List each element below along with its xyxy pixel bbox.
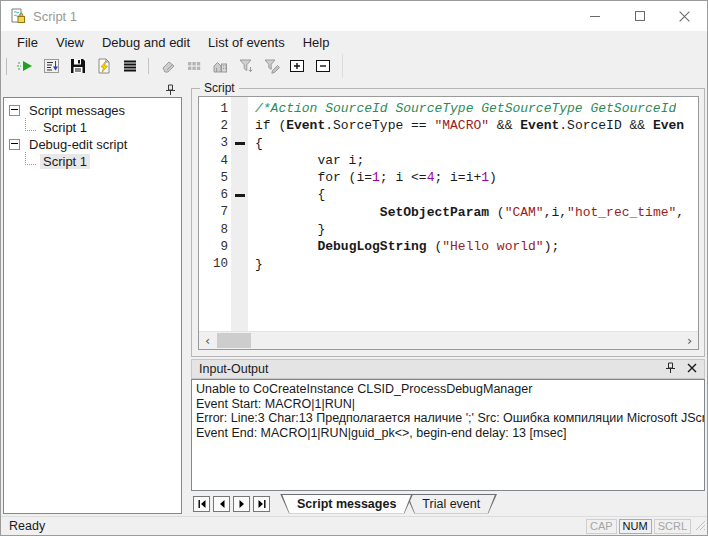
- save-icon[interactable]: [66, 56, 89, 76]
- tree-item[interactable]: Script 1: [4, 119, 181, 136]
- code-line[interactable]: 7 SetObjectParam ("CAM",i,"hot_rec_time"…: [199, 204, 698, 221]
- menu-item-view[interactable]: View: [47, 33, 93, 52]
- menu-item-debug-and-edit[interactable]: Debug and edit: [93, 33, 199, 52]
- statuskey-scrl: SCRL: [654, 519, 691, 534]
- nav-prev-icon[interactable]: [213, 496, 230, 512]
- grid-icon: [182, 56, 205, 76]
- code-text: SetObjectParam ("CAM",i,"hot_rec_time",: [248, 204, 684, 221]
- code-line[interactable]: 1/*Action SourceId SourceType GetSourceT…: [199, 100, 698, 117]
- close-button[interactable]: [662, 1, 707, 31]
- code-line[interactable]: 9 DebugLogString ("Hello world");: [199, 238, 698, 255]
- fold-margin: [231, 152, 248, 169]
- tab-script-messages[interactable]: Script messages: [280, 494, 413, 514]
- tree-panel-header: [1, 79, 184, 97]
- fold-margin: [231, 221, 248, 238]
- nav-next-icon[interactable]: [233, 496, 250, 512]
- status-bar: Ready CAPNUMSCRL: [1, 516, 707, 535]
- output-log-line: Unable to CoCreateInstance CLSID_Process…: [196, 382, 700, 397]
- tree-item[interactable]: Debug-edit script: [4, 136, 181, 153]
- line-number: 4: [199, 154, 231, 168]
- scrollbar-thumb[interactable]: [217, 333, 251, 348]
- minus-icon[interactable]: [312, 56, 335, 76]
- code-editor[interactable]: 1/*Action SourceId SourceType GetSourceT…: [198, 96, 699, 350]
- menu-item-help[interactable]: Help: [294, 33, 339, 52]
- scroll-left-arrow-icon[interactable]: ‹: [199, 332, 216, 349]
- code-line[interactable]: 2if (Event.SorceType == "MACRO" && Event…: [199, 117, 698, 134]
- tab-label: Trial event: [422, 497, 480, 511]
- tree-expander-icon[interactable]: [9, 105, 20, 116]
- toolbar: [1, 53, 707, 79]
- tree-connector: [25, 152, 36, 165]
- line-number: 7: [199, 205, 231, 219]
- output-tab-bar: Script messagesTrial event: [193, 493, 705, 514]
- tree-item-label: Script 1: [40, 120, 90, 135]
- code-text: }: [248, 256, 263, 273]
- scroll-right-arrow-icon[interactable]: ›: [681, 332, 698, 349]
- building-icon: [208, 56, 231, 76]
- code-text: {: [248, 186, 325, 203]
- tree-connector: [25, 118, 36, 131]
- line-number: 6: [199, 188, 231, 202]
- list-download-icon[interactable]: [40, 56, 63, 76]
- close-icon[interactable]: [687, 362, 697, 376]
- code-line[interactable]: 3{: [199, 135, 698, 152]
- nav-first-icon[interactable]: [193, 496, 210, 512]
- code-line[interactable]: 10}: [199, 256, 698, 273]
- window-title: Script 1: [33, 9, 77, 24]
- tree-item[interactable]: Script messages: [4, 102, 181, 119]
- editor-hscrollbar[interactable]: ‹ ›: [199, 331, 698, 349]
- fold-margin: [231, 135, 248, 152]
- code-line[interactable]: 4 var i;: [199, 152, 698, 169]
- output-log[interactable]: Unable to CoCreateInstance CLSID_Process…: [191, 379, 705, 491]
- plus-icon[interactable]: [286, 56, 309, 76]
- tree-item-label: Script 1: [40, 154, 90, 169]
- fold-margin: [231, 204, 248, 221]
- code-text: var i;: [248, 152, 364, 169]
- fold-margin: [231, 169, 248, 186]
- pin-icon[interactable]: [665, 362, 676, 377]
- tree-item[interactable]: Script 1: [4, 153, 181, 170]
- code-line[interactable]: 5 for (i=1; i <=4; i=i+1): [199, 169, 698, 186]
- script-groupbox: Script 1/*Action SourceId SourceType Get…: [191, 88, 705, 357]
- tree-item-label: Debug-edit script: [26, 137, 130, 152]
- statuskey-cap: CAP: [586, 519, 617, 534]
- menu-item-file[interactable]: File: [8, 33, 47, 52]
- script-app-icon: [10, 8, 26, 24]
- tree-panel: Script messagesScript 1Debug-edit script…: [1, 79, 184, 516]
- fold-margin: [231, 238, 248, 255]
- run-icon[interactable]: [14, 56, 37, 76]
- title-bar: Script 1: [1, 1, 707, 31]
- tree-expander-icon[interactable]: [9, 139, 20, 150]
- nav-last-icon[interactable]: [253, 496, 270, 512]
- toolbar-grip[interactable]: [6, 58, 7, 75]
- resize-grip[interactable]: [694, 519, 706, 534]
- menu-item-list-of-events[interactable]: List of events: [199, 33, 294, 52]
- line-number: 5: [199, 171, 231, 185]
- maximize-button[interactable]: [617, 1, 662, 31]
- output-panel: Input-Output Unable to CoCreateInstance …: [191, 359, 705, 514]
- fold-margin: [231, 100, 248, 117]
- scrollbar-track[interactable]: [216, 332, 681, 349]
- code-text: DebugLogString ("Hello world");: [248, 238, 559, 255]
- code-text: if (Event.SorceType == "MACRO" && Event.…: [248, 117, 684, 134]
- eraser-icon: [156, 56, 179, 76]
- output-log-line: Error: Line:3 Char:13 Предполагается нал…: [196, 411, 700, 426]
- script-lightning-icon[interactable]: [92, 56, 115, 76]
- log-lines-icon[interactable]: [118, 56, 141, 76]
- fold-marker-icon: [235, 194, 245, 197]
- minimize-button[interactable]: [572, 1, 617, 31]
- right-area: Script 1/*Action SourceId SourceType Get…: [191, 81, 705, 514]
- tree-item-label: Script messages: [26, 103, 128, 118]
- output-panel-title: Input-Output: [199, 362, 269, 376]
- output-log-line: Event End: MACRO|1|RUN|guid_pk<>, begin-…: [196, 426, 700, 441]
- toolbar-separator: [148, 58, 149, 74]
- filter-down-icon: [234, 56, 257, 76]
- line-number: 1: [199, 102, 231, 116]
- tab-trial-event[interactable]: Trial event: [405, 494, 497, 514]
- fold-margin: [231, 117, 248, 134]
- app-window: Script 1 FileViewDebug and editList of e…: [0, 0, 708, 536]
- code-line[interactable]: 6 {: [199, 186, 698, 203]
- line-number: 3: [199, 136, 231, 150]
- code-text: /*Action SourceId SourceType GetSourceTy…: [248, 100, 676, 117]
- code-line[interactable]: 8 }: [199, 221, 698, 238]
